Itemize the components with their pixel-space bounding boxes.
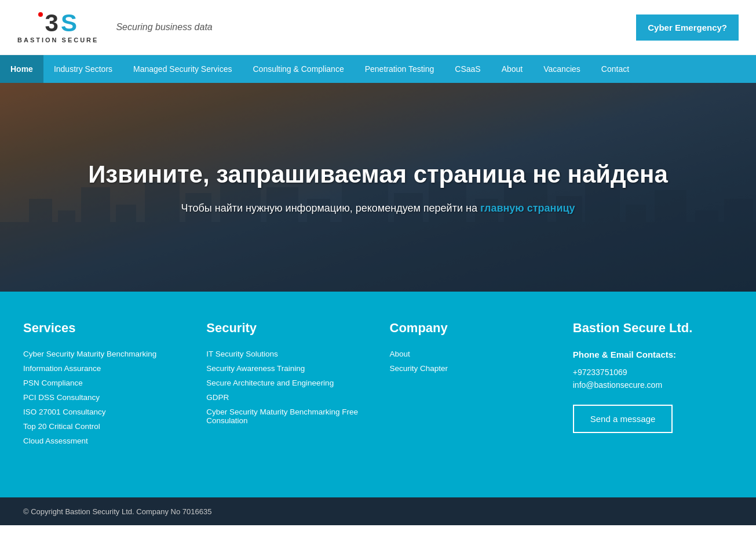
footer-link-secure-arch[interactable]: Secure Architecture and Engineering (206, 379, 366, 387)
site-footer: Services Cyber Security Maturity Benchma… (0, 292, 756, 497)
site-header: 3 S BASTION SECURE Securing business dat… (0, 0, 756, 55)
footer-phone-label: Phone & Email Contacts: (573, 350, 733, 359)
cyber-emergency-button[interactable]: Cyber Emergency? (636, 14, 739, 41)
logo-3-letter: 3 (45, 11, 59, 35)
footer-security-title: Security (206, 321, 366, 336)
footer-contact-title: Bastion Secure Ltd. (573, 321, 733, 336)
footer-link-top20[interactable]: Top 20 Critical Control (23, 422, 183, 431)
site-tagline: Securing business data (116, 22, 212, 32)
footer-link-iso-27001[interactable]: ISO 27001 Consultancy (23, 408, 183, 416)
logo-icon: 3 S (39, 11, 77, 35)
nav-item-about[interactable]: About (491, 55, 534, 83)
footer-services-col: Services Cyber Security Maturity Benchma… (23, 321, 183, 451)
nav-item-penetration[interactable]: Penetration Testing (355, 55, 445, 83)
footer-link-psn-compliance[interactable]: PSN Compliance (23, 379, 183, 387)
footer-company-col: Company About Security Chapter (390, 321, 550, 451)
hero-home-link[interactable]: главную страницу (480, 202, 575, 214)
logo-text: BASTION SECURE (17, 37, 98, 43)
hero-title: Извините, запрашиваемая страница не найд… (88, 161, 668, 188)
hero-section: Извините, запрашиваемая страница не найд… (0, 83, 756, 292)
footer-link-about[interactable]: About (390, 350, 550, 358)
nav-item-csaas[interactable]: CSaaS (444, 55, 491, 83)
footer-contact-col: Bastion Secure Ltd. Phone & Email Contac… (573, 321, 733, 451)
header-left: 3 S BASTION SECURE Securing business dat… (17, 11, 213, 43)
footer-email: info@bastionsecure.com (573, 380, 733, 390)
hero-content: Извините, запрашиваемая страница не найд… (65, 126, 691, 249)
hero-subtitle: Чтобы найти нужную информацию, рекоменду… (88, 202, 668, 214)
footer-link-gdpr[interactable]: GDPR (206, 393, 366, 402)
footer-phone: +97233751069 (573, 368, 733, 377)
logo-s-letter: S (61, 11, 77, 35)
footer-link-pci-dss[interactable]: PCI DSS Consultancy (23, 393, 183, 402)
footer-link-it-security[interactable]: IT Security Solutions (206, 350, 366, 358)
nav-item-home[interactable]: Home (0, 55, 43, 83)
nav-item-managed-security[interactable]: Managed Security Services (123, 55, 242, 83)
logo-red-dot (38, 12, 43, 17)
footer-security-col: Security IT Security Solutions Security … (206, 321, 366, 451)
footer-grid: Services Cyber Security Maturity Benchma… (23, 321, 733, 451)
footer-link-cloud[interactable]: Cloud Assessment (23, 437, 183, 445)
footer-link-csm-benchmarking[interactable]: Cyber Security Maturity Benchmarking (23, 350, 183, 358)
footer-link-security-awareness[interactable]: Security Awareness Training (206, 364, 366, 373)
footer-link-csm-free[interactable]: Cyber Security Maturity Benchmarking Fre… (206, 408, 366, 425)
footer-link-information-assurance[interactable]: Information Assurance (23, 364, 183, 373)
footer-send-message-button[interactable]: Send a message (573, 405, 673, 433)
footer-link-security-chapter[interactable]: Security Chapter (390, 364, 550, 373)
nav-item-industry-sectors[interactable]: Industry Sectors (43, 55, 123, 83)
footer-services-title: Services (23, 321, 183, 336)
svg-rect-1 (29, 199, 52, 280)
logo-area: 3 S BASTION SECURE (17, 11, 98, 43)
footer-bottom-bar: © Copyright Bastion Security Ltd. Compan… (0, 497, 756, 525)
nav-item-contact[interactable]: Contact (591, 55, 640, 83)
svg-rect-20 (724, 199, 753, 280)
svg-rect-19 (695, 210, 718, 280)
nav-item-vacancies[interactable]: Vacancies (533, 55, 591, 83)
hero-subtitle-pre: Чтобы найти нужную информацию, рекоменду… (181, 202, 480, 214)
footer-copyright: © Copyright Bastion Security Ltd. Compan… (23, 507, 211, 516)
main-navbar: Home Industry Sectors Managed Security S… (0, 55, 756, 83)
nav-item-consulting[interactable]: Consulting & Compliance (242, 55, 354, 83)
footer-company-title: Company (390, 321, 550, 336)
